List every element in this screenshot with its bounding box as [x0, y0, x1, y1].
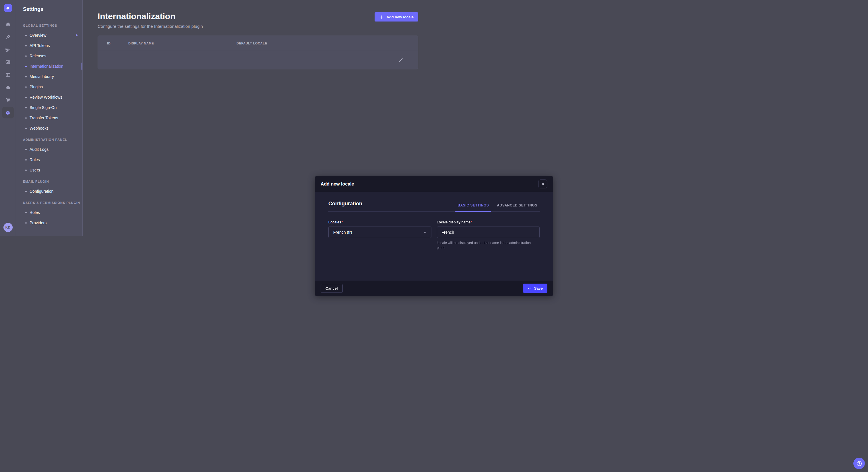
required-asterisk: * — [342, 220, 343, 224]
app-root: KD Settings GLOBAL SETTINGSOverviewAPI T… — [0, 0, 434, 236]
modal-title: Add new locale — [321, 181, 354, 187]
config-header-row: Configuration BASIC SETTINGSADVANCED SET… — [329, 201, 434, 212]
add-locale-modal: Add new locale Configuration BASIC SETTI… — [315, 176, 434, 236]
locales-select-value: French (fr) — [333, 230, 352, 235]
chevron-down-icon — [423, 231, 427, 234]
modal-body: Configuration BASIC SETTINGSADVANCED SET… — [315, 192, 434, 236]
locale-form: Locales* French (fr) — [329, 220, 434, 236]
locales-select[interactable]: French (fr) — [329, 227, 431, 236]
locales-field-group: Locales* French (fr) — [329, 220, 431, 236]
config-section-title: Configuration — [329, 201, 362, 211]
modal-header: Add new locale — [315, 176, 434, 192]
locales-label: Locales* — [329, 220, 431, 224]
